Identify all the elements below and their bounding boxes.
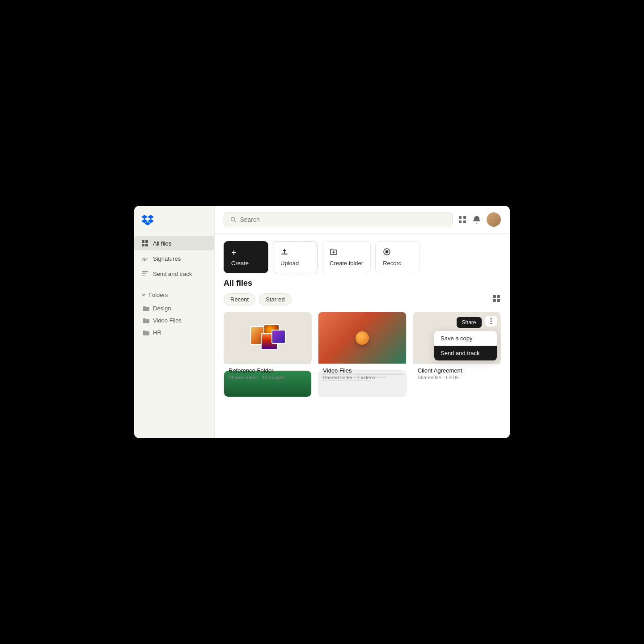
tab-recent[interactable]: Recent bbox=[224, 293, 255, 305]
folder-item-design[interactable]: Design bbox=[141, 303, 207, 314]
file-card-client-agreement[interactable]: ClientAgreement Share bbox=[413, 312, 501, 364]
svg-point-19 bbox=[490, 321, 491, 322]
context-menu-overlay: Share Save a copy Send and track bbox=[457, 316, 497, 328]
svg-rect-6 bbox=[142, 275, 145, 276]
dropdown-item-save-copy[interactable]: Save a copy bbox=[434, 331, 497, 346]
grid-icon[interactable] bbox=[458, 215, 467, 224]
svg-rect-14 bbox=[493, 295, 496, 298]
dropdown-menu: Save a copy Send and track bbox=[434, 331, 497, 360]
svg-rect-9 bbox=[463, 216, 466, 219]
logo-area bbox=[134, 213, 214, 236]
folders-section: Folders Design Video Files bbox=[134, 290, 214, 338]
file-meta-client: Shared file · 1 PDF bbox=[418, 375, 496, 380]
svg-point-20 bbox=[490, 323, 491, 324]
sidebar-item-signatures[interactable]: Signatures bbox=[134, 251, 214, 266]
view-toggle-button[interactable] bbox=[492, 294, 501, 305]
search-bar[interactable] bbox=[224, 212, 453, 227]
search-input[interactable] bbox=[240, 216, 446, 223]
folder-icon bbox=[143, 306, 149, 311]
photo-stack bbox=[250, 322, 286, 354]
folder-item-hr[interactable]: HR bbox=[141, 327, 207, 338]
create-folder-button[interactable]: Create folder bbox=[322, 241, 371, 273]
sidebar-item-all-files-label: All files bbox=[153, 240, 171, 247]
header bbox=[215, 206, 510, 234]
folder-design-label: Design bbox=[153, 305, 171, 312]
sidebar-item-signatures-label: Signatures bbox=[153, 255, 181, 262]
record-button[interactable]: Record bbox=[375, 241, 420, 273]
avatar[interactable] bbox=[487, 212, 501, 227]
stack-photo-4 bbox=[271, 330, 286, 344]
file-name-video: Video Files bbox=[323, 367, 401, 374]
folders-list: Design Video Files HR bbox=[141, 303, 207, 338]
file-info-reference: Reference Folder Shared folder · 13 imag… bbox=[224, 364, 311, 384]
svg-rect-5 bbox=[142, 273, 146, 274]
folder-hr-label: HR bbox=[153, 329, 161, 336]
file-grid: Reference Folder Shared folder · 13 imag… bbox=[224, 312, 501, 397]
sidebar-item-all-files[interactable]: All files bbox=[134, 236, 214, 250]
sidebar-item-send-track-label: Send and track bbox=[153, 271, 192, 277]
create-folder-label: Create folder bbox=[330, 260, 363, 267]
folder-icon bbox=[143, 318, 149, 323]
video-sphere-decoration bbox=[356, 331, 369, 345]
svg-rect-16 bbox=[493, 299, 496, 302]
send-track-icon bbox=[141, 270, 148, 277]
files-title: All files bbox=[224, 279, 501, 288]
create-folder-icon bbox=[330, 248, 338, 257]
dropdown-item-send-track[interactable]: Send and track bbox=[434, 346, 497, 360]
svg-point-18 bbox=[490, 318, 491, 320]
svg-rect-10 bbox=[459, 220, 462, 223]
upload-label: Upload bbox=[280, 260, 299, 267]
folders-header[interactable]: Folders bbox=[141, 290, 207, 300]
svg-rect-8 bbox=[459, 216, 462, 219]
svg-rect-0 bbox=[142, 240, 144, 243]
share-button[interactable]: Share bbox=[457, 317, 482, 328]
svg-rect-1 bbox=[145, 240, 148, 243]
all-files-icon bbox=[141, 240, 148, 247]
file-name-reference: Reference Folder bbox=[229, 367, 307, 374]
sidebar: All files Signatures Send and track bbox=[134, 206, 215, 438]
file-thumbnail-video bbox=[318, 312, 406, 364]
create-label: Create bbox=[231, 260, 249, 267]
action-buttons-row: + Create Upload bbox=[215, 234, 510, 279]
more-options-button[interactable] bbox=[485, 316, 497, 326]
search-icon bbox=[230, 216, 236, 223]
header-actions bbox=[458, 212, 501, 227]
svg-rect-2 bbox=[142, 244, 144, 246]
svg-rect-4 bbox=[142, 271, 148, 272]
file-card-reference-folder[interactable]: Reference Folder Shared folder · 13 imag… bbox=[224, 312, 312, 364]
app-window: All files Signatures Send and track bbox=[134, 206, 510, 438]
svg-rect-11 bbox=[463, 220, 466, 223]
file-card-video-files[interactable]: Video Files Shared folder · 3 videos bbox=[318, 312, 406, 364]
record-label: Record bbox=[383, 260, 402, 267]
svg-point-13 bbox=[386, 250, 389, 254]
upload-icon bbox=[280, 248, 288, 257]
folders-label: Folders bbox=[148, 292, 168, 298]
file-meta-reference: Shared folder · 13 images bbox=[229, 375, 307, 380]
file-info-client: Client Agreement Shared file · 1 PDF bbox=[413, 364, 500, 384]
files-section: All files Recent Starred bbox=[215, 279, 510, 438]
dropbox-logo-icon bbox=[141, 215, 154, 225]
bell-icon[interactable] bbox=[472, 215, 481, 224]
upload-button[interactable]: Upload bbox=[273, 241, 318, 273]
file-info-video: Video Files Shared folder · 3 videos bbox=[318, 364, 406, 384]
file-meta-video: Shared folder · 3 videos bbox=[323, 375, 401, 380]
main-content: + Create Upload bbox=[215, 206, 510, 438]
file-thumbnail-reference bbox=[224, 312, 311, 364]
folder-icon bbox=[143, 330, 149, 335]
file-name-client: Client Agreement bbox=[418, 367, 496, 374]
signatures-icon bbox=[141, 255, 148, 262]
folder-video-files-label: Video Files bbox=[153, 317, 182, 324]
filter-tabs-row: Recent Starred bbox=[224, 293, 501, 305]
record-icon bbox=[383, 248, 391, 257]
svg-rect-3 bbox=[145, 244, 148, 246]
create-icon: + bbox=[231, 248, 237, 257]
sidebar-nav: All files Signatures Send and track bbox=[134, 236, 214, 281]
svg-rect-17 bbox=[497, 299, 500, 302]
folder-item-video-files[interactable]: Video Files bbox=[141, 315, 207, 326]
create-button[interactable]: + Create bbox=[224, 241, 268, 273]
tab-starred[interactable]: Starred bbox=[259, 293, 292, 305]
chevron-down-icon bbox=[141, 293, 146, 297]
sidebar-item-send-and-track[interactable]: Send and track bbox=[134, 267, 214, 281]
filter-tabs: Recent Starred bbox=[224, 293, 292, 305]
svg-rect-15 bbox=[497, 295, 500, 298]
